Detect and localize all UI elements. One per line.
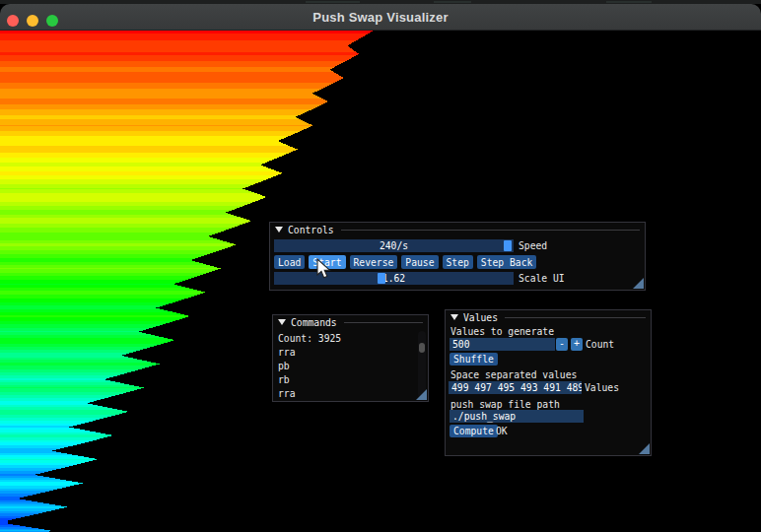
values-field-label: Values xyxy=(585,381,619,394)
commands-scrollbar[interactable] xyxy=(418,331,426,398)
space-separated-label: Space separated values xyxy=(450,369,577,381)
speed-slider-value: 240/s xyxy=(274,239,514,252)
commands-list: Count: 3925 rra pb rb rra pb xyxy=(278,332,416,402)
window-title: Push Swap Visualizer xyxy=(0,4,761,31)
controls-panel-title: Controls xyxy=(288,225,334,235)
command-item: pb xyxy=(278,401,416,402)
resize-grip-icon[interactable] xyxy=(633,278,644,289)
mouse-cursor-icon xyxy=(316,258,332,280)
values-panel-title: Values xyxy=(463,312,498,323)
speed-slider[interactable]: 240/s xyxy=(274,239,514,252)
resize-grip-icon[interactable] xyxy=(639,443,650,454)
step-button[interactable]: Step xyxy=(443,255,473,269)
push-swap-path-input[interactable]: ./push_swap xyxy=(450,410,584,423)
scale-ui-slider-grab[interactable] xyxy=(378,273,385,284)
commands-scrollbar-thumb[interactable] xyxy=(419,343,425,353)
header-rule xyxy=(341,230,640,231)
collapse-arrow-icon[interactable] xyxy=(275,227,283,233)
values-panel[interactable]: Values Values to generate 500 - + Count … xyxy=(445,309,652,456)
scale-ui-slider-value: 1.62 xyxy=(274,272,514,285)
command-item: rra xyxy=(278,387,416,401)
scale-ui-slider-label: Scale UI xyxy=(519,272,565,285)
playback-button-row: Load Start Reverse Pause Step Step Back xyxy=(274,255,536,269)
load-button[interactable]: Load xyxy=(274,255,305,269)
collapse-arrow-icon[interactable] xyxy=(450,314,458,320)
compute-status: OK xyxy=(496,425,508,437)
count-decrement-button[interactable]: - xyxy=(556,338,568,351)
collapse-arrow-icon[interactable] xyxy=(278,319,286,325)
command-item: rra xyxy=(278,346,416,360)
app-window: Push Swap Visualizer Controls 240/s Spee… xyxy=(0,0,761,532)
values-generate-label: Values to generate xyxy=(450,326,554,338)
scale-ui-slider[interactable]: 1.62 xyxy=(274,272,514,285)
command-item: rb xyxy=(278,373,416,387)
resize-grip-icon[interactable] xyxy=(416,389,427,400)
speed-slider-grab[interactable] xyxy=(504,240,512,251)
command-item: pb xyxy=(278,360,416,373)
controls-panel[interactable]: Controls 240/s Speed Load Start Reverse … xyxy=(269,222,646,291)
desktop-strip-mark xyxy=(606,1,652,3)
commands-panel[interactable]: Commands Count: 3925 rra pb rb rra pb xyxy=(272,314,429,402)
desktop-strip-mark xyxy=(434,1,471,3)
controls-panel-header[interactable]: Controls xyxy=(270,223,645,236)
shuffle-button[interactable]: Shuffle xyxy=(450,353,498,366)
reverse-button[interactable]: Reverse xyxy=(350,255,398,269)
commands-panel-title: Commands xyxy=(291,317,337,328)
step-back-button[interactable]: Step Back xyxy=(477,255,537,269)
commands-panel-header[interactable]: Commands xyxy=(273,315,428,329)
count-input[interactable]: 500 xyxy=(450,338,555,351)
values-input[interactable]: 499 497 495 493 491 489 xyxy=(449,381,582,394)
speed-slider-label: Speed xyxy=(519,239,547,252)
compute-button[interactable]: Compute xyxy=(450,425,498,437)
header-rule xyxy=(505,317,646,318)
count-increment-button[interactable]: + xyxy=(571,338,583,351)
values-panel-header[interactable]: Values xyxy=(446,310,651,324)
pause-button[interactable]: Pause xyxy=(401,255,438,269)
desktop-strip-mark xyxy=(306,1,360,3)
window-titlebar[interactable]: Push Swap Visualizer xyxy=(0,4,761,31)
count-field-label: Count xyxy=(586,338,614,351)
header-rule xyxy=(344,322,423,323)
commands-count: Count: 3925 xyxy=(278,332,416,346)
